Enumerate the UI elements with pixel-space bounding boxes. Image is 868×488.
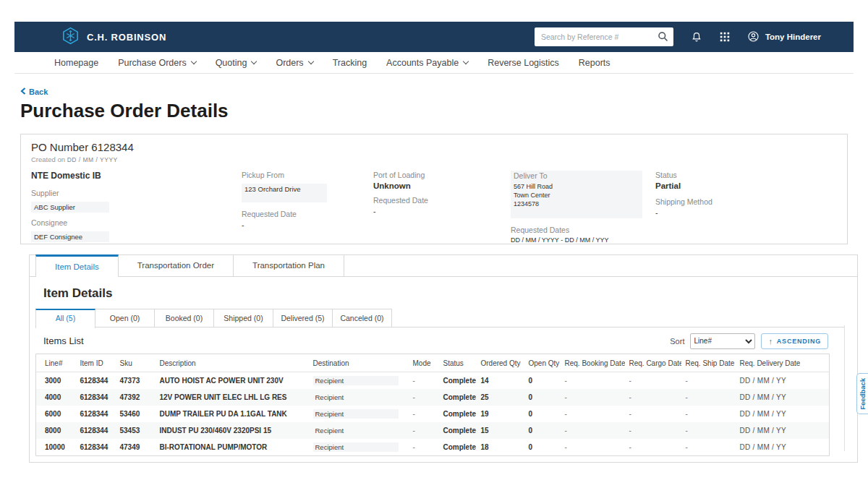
nav-item-accounts-payable[interactable]: Accounts Payable	[386, 58, 468, 68]
subtab-canceled-0[interactable]: Canceled (0)	[332, 309, 392, 327]
tab-item-details[interactable]: Item Details	[35, 254, 119, 277]
column-header-req-cargo-date: Req. Cargo Date	[625, 354, 681, 372]
cell-status: Complete	[439, 389, 477, 406]
pickup-from-value: 123 Orchard Drive	[242, 184, 327, 202]
cell-description: BI-ROTATIONAL PUMP/MOTOR	[156, 439, 309, 456]
cell-destination: Recipient	[309, 389, 409, 406]
panel-scrollbar-track[interactable]	[844, 325, 845, 451]
detail-tabs-card: Item DetailsTransportation OrderTranspor…	[29, 254, 858, 463]
column-header-req-booking-date: Req. Booking Date	[561, 354, 625, 372]
cell-req-booking-date: -	[561, 406, 625, 422]
subtab-open-0[interactable]: Open (0)	[95, 309, 155, 327]
subtab-all-5[interactable]: All (5)	[35, 309, 95, 328]
cell-status: Complete	[439, 422, 477, 439]
cell-req-cargo-date: -	[625, 422, 681, 439]
sort-direction-button[interactable]: ↑ ASCENDING	[761, 333, 828, 349]
nav-item-label: Reverse Logistics	[488, 58, 559, 68]
items-list-header: Items List Sort Line# ↑ ASCENDING	[43, 333, 828, 349]
destination-value: Recipient	[313, 393, 399, 402]
cell-req-ship-date: -	[681, 439, 736, 456]
feedback-button[interactable]: Feedback	[856, 373, 868, 414]
sort-direction-label: ASCENDING	[777, 338, 821, 345]
back-link[interactable]: Back	[20, 87, 48, 96]
cell-sku: 53453	[116, 422, 156, 439]
cell-description: DUMP TRAILER PU DA 1.1GAL TANK	[156, 406, 309, 422]
cell-open-qty: 0	[524, 422, 561, 439]
cell-open-qty: 0	[524, 389, 561, 406]
chevron-down-icon	[307, 58, 313, 64]
table-row[interactable]: 400061283444739212V POWER UNIT ELEC LHL …	[36, 389, 830, 406]
cell-req-ship-date: -	[681, 389, 736, 406]
apps-grid-icon[interactable]	[720, 32, 730, 42]
sort-select[interactable]: Line#	[690, 333, 755, 349]
chevron-down-icon	[251, 58, 257, 64]
cell-mode: -	[409, 389, 439, 406]
cell-req-booking-date: -	[561, 389, 625, 406]
user-menu[interactable]: Tony Hinderer	[747, 30, 821, 44]
deliver-requested-dates-label: Requested Dates	[511, 226, 642, 234]
column-header-description: Description	[156, 354, 309, 372]
po-created: Created on DD / MM / YYYY	[31, 155, 837, 163]
column-header-req-ship-date: Req. Ship Date	[681, 354, 736, 372]
port-of-loading-label: Port of Loading	[373, 171, 428, 179]
brand-logo[interactable]: C.H. ROBINSON	[61, 27, 166, 48]
cell-mode: -	[409, 439, 439, 456]
global-search	[535, 27, 673, 46]
main-nav: HomepagePurchase OrdersQuotingOrdersTrac…	[14, 52, 854, 74]
cell-req-delivery-date: DD / MM / YY	[736, 406, 830, 422]
nav-item-reverse-logistics[interactable]: Reverse Logistics	[488, 58, 559, 68]
cell-destination: Recipient	[309, 372, 409, 390]
search-input[interactable]	[535, 27, 673, 46]
cell-item-id: 6128344	[76, 406, 116, 422]
nav-item-label: Tracking	[333, 58, 367, 68]
cell-open-qty: 0	[524, 439, 561, 456]
nav-item-orders[interactable]: Orders	[276, 58, 312, 68]
cell-line: 8000	[36, 422, 76, 439]
consignee-label: Consignee	[31, 218, 109, 227]
notifications-bell-icon[interactable]	[691, 31, 702, 43]
port-requested-date-label: Requested Date	[373, 196, 428, 205]
cell-ordered-qty: 18	[477, 439, 524, 456]
cell-line: 4000	[36, 389, 76, 406]
supplier-value: ABC Supplier	[31, 202, 109, 213]
pickup-from-label: Pickup From	[242, 171, 327, 179]
subtab-delivered-5[interactable]: Delivered (5)	[273, 309, 333, 327]
table-header-row: Line#Item IDSkuDescriptionDestinationMod…	[36, 354, 830, 372]
tab-transportation-order[interactable]: Transportation Order	[118, 254, 234, 276]
nav-item-reports[interactable]: Reports	[579, 58, 610, 68]
cell-sku: 53460	[116, 406, 156, 422]
nav-item-quoting[interactable]: Quoting	[216, 58, 257, 68]
cell-line: 10000	[36, 439, 76, 456]
cell-req-cargo-date: -	[625, 389, 681, 406]
nav-item-purchase-orders[interactable]: Purchase Orders	[118, 58, 195, 68]
nav-item-tracking[interactable]: Tracking	[333, 58, 367, 68]
order-type: NTE Domestic IB	[31, 171, 109, 181]
column-header-item-id: Item ID	[76, 354, 116, 372]
table-row[interactable]: 6000612834453460DUMP TRAILER PU DA 1.1GA…	[36, 406, 830, 422]
arrow-up-icon: ↑	[768, 337, 773, 346]
pickup-requested-date-label: Requested Date	[242, 210, 327, 218]
cell-status: Complete	[439, 439, 477, 456]
table-row[interactable]: 10000612834447349BI-ROTATIONAL PUMP/MOTO…	[36, 439, 830, 456]
chevron-down-icon	[190, 58, 196, 64]
destination-value: Recipient	[313, 409, 399, 419]
status-subtabs: All (5)Open (0)Booked (0)Shipped (0)Deli…	[35, 309, 844, 328]
status-label: Status	[655, 171, 712, 179]
cell-req-delivery-date: DD / MM / YY	[736, 422, 830, 439]
cell-req-delivery-date: DD / MM / YY	[736, 439, 830, 456]
page-title: Purchase Order Details	[20, 100, 229, 122]
table-row[interactable]: 8000612834453453INDUST PU 230/460V 2320P…	[36, 422, 830, 439]
cell-item-id: 6128344	[76, 372, 116, 390]
table-row[interactable]: 3000612834447373AUTO HOIST AC POWER UNIT…	[36, 372, 830, 390]
po-summary-card: PO Number 6128344 Created on DD / MM / Y…	[20, 134, 848, 244]
search-icon[interactable]	[658, 31, 668, 45]
cell-req-booking-date: -	[561, 439, 625, 456]
subtab-shipped-0[interactable]: Shipped (0)	[213, 309, 273, 327]
destination-value: Recipient	[313, 376, 399, 385]
destination-value: Recipient	[313, 442, 399, 452]
deliver-to-label: Deliver To	[514, 171, 637, 180]
nav-item-homepage[interactable]: Homepage	[54, 58, 98, 68]
tab-transportation-plan[interactable]: Transportation Plan	[233, 254, 344, 276]
brand-name: C.H. ROBINSON	[87, 32, 166, 43]
subtab-booked-0[interactable]: Booked (0)	[154, 309, 214, 327]
